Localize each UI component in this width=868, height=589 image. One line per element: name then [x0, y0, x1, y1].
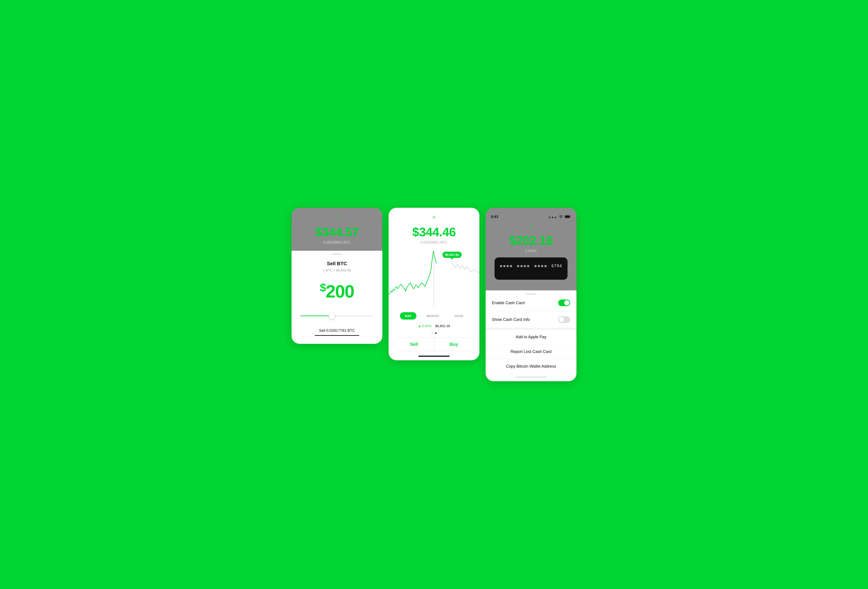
- sell-amount-display: $200: [299, 281, 375, 302]
- card-dot: [506, 265, 509, 267]
- screen2-top: ^ $344.46 0.05026901 BTC: [388, 208, 480, 248]
- sell-button[interactable]: Sell: [394, 338, 434, 351]
- pct-arrow-icon: ▲: [418, 324, 421, 328]
- enable-cash-card-toggle[interactable]: [558, 299, 570, 306]
- pct-value: 5.01%: [422, 324, 432, 328]
- card-dots-group-3: [534, 265, 547, 267]
- screen-btc-chart: ^ $344.46 0.05026901 BTC $6,637.92 DAY M…: [388, 208, 480, 360]
- btc-current-price: $344.46: [394, 225, 474, 239]
- slider-track: [300, 315, 373, 316]
- cash-balance-amount: $202.16: [491, 233, 571, 248]
- screen2-chevron-up-icon[interactable]: ^: [394, 215, 474, 222]
- tab-day[interactable]: DAY: [400, 312, 416, 320]
- signal-icon: ▲▲▲: [548, 215, 557, 219]
- card-last4-digits: 6794: [552, 263, 562, 268]
- card-dots-row: 6794: [500, 263, 562, 268]
- screen1-bottom: Sell BTC 1 BTC = $6,854.50 $200 Sell 0.0…: [292, 247, 382, 344]
- dot-2: [435, 332, 437, 334]
- show-cash-card-info-toggle[interactable]: [558, 316, 570, 323]
- status-bar: 9:43 ▲▲▲: [491, 215, 571, 219]
- svg-rect-3: [565, 216, 570, 218]
- chart-stats: ▲ 5.01% $6,852.38: [388, 322, 480, 330]
- slider-thumb[interactable]: [329, 313, 335, 319]
- tab-year[interactable]: YEAR: [449, 312, 468, 320]
- sell-btc-rate: 1 BTC = $6,854.50: [299, 268, 375, 272]
- card-dot: [517, 265, 519, 267]
- dot-1: [431, 332, 433, 334]
- svg-point-1: [561, 218, 561, 218]
- chart-price-value: $6,852.38: [435, 324, 450, 328]
- cash-label: CASH: [491, 249, 571, 253]
- wifi-icon: [559, 215, 563, 219]
- screen3-chevron-up-icon[interactable]: ^: [491, 223, 571, 231]
- home-indicator: [418, 356, 450, 357]
- screen-cash-card: 9:43 ▲▲▲: [486, 208, 576, 381]
- screens-container: ^ $344.57 0.05026901 BTC Sell BTC 1 BTC …: [292, 208, 576, 381]
- pagination-dots: [388, 330, 480, 337]
- sell-btc-label: Sell 0.02917791 BTC: [299, 329, 375, 333]
- chart-pct-change: ▲ 5.01%: [418, 324, 431, 328]
- action-buttons: Sell Buy: [394, 337, 474, 351]
- card-dot: [520, 265, 523, 267]
- screen-sell-btc: ^ $344.57 0.05026901 BTC Sell BTC 1 BTC …: [292, 208, 382, 344]
- chart-tooltip: $6,637.92: [443, 252, 462, 258]
- btc-line-chart: [388, 250, 480, 308]
- card-dots-group-1: [500, 265, 512, 267]
- report-lost-cash-card-button[interactable]: Report Lost Cash Card: [486, 345, 576, 359]
- dollar-sign: $: [320, 281, 326, 294]
- drag-handle[interactable]: [332, 253, 342, 255]
- add-to-apple-pay-button[interactable]: Add to Apple Pay: [486, 330, 576, 345]
- menu-divider: [486, 328, 576, 330]
- card-dot: [527, 265, 529, 267]
- btc-chart-area: $6,637.92: [388, 250, 480, 308]
- card-dot: [500, 265, 502, 267]
- card-dot: [503, 265, 505, 267]
- card-dot: [541, 265, 543, 267]
- card-dot: [545, 265, 547, 267]
- show-cash-card-info-label: Show Cash Card Info: [492, 317, 530, 322]
- sell-slider-container[interactable]: [300, 312, 373, 320]
- toggle-thumb: [564, 300, 570, 305]
- toggle-thumb-2: [559, 317, 564, 322]
- status-bar-time: 9:43: [491, 215, 498, 219]
- card-dot: [538, 265, 540, 267]
- enable-cash-card-row[interactable]: Enable Cash Card: [486, 294, 576, 311]
- battery-icon: [565, 215, 571, 219]
- time-tabs: DAY MONTH YEAR: [388, 309, 480, 322]
- card-dot: [524, 265, 526, 267]
- screen2-btc-sub: 0.05026901 BTC: [394, 241, 474, 244]
- enable-cash-card-label: Enable Cash Card: [492, 300, 525, 305]
- copy-bitcoin-wallet-button[interactable]: Copy Bitcoin Wallet Address: [486, 359, 576, 374]
- sell-amount-number: 200: [326, 281, 354, 301]
- tab-month[interactable]: MONTH: [422, 312, 444, 320]
- card-dot: [510, 265, 512, 267]
- card-dot: [534, 265, 537, 267]
- screen3-home-indicator: [515, 377, 547, 378]
- screen3-top: 9:43 ▲▲▲: [486, 208, 576, 290]
- screen1-top: ^ $344.57 0.05026901 BTC: [292, 208, 382, 251]
- btc-balance-sub: 0.05026901 BTC: [297, 241, 377, 244]
- cash-card-widget: 6794: [495, 258, 568, 280]
- sell-underline: [315, 335, 359, 336]
- show-cash-card-info-row[interactable]: Show Cash Card Info: [486, 311, 576, 328]
- card-dots-group-2: [517, 265, 529, 267]
- btc-balance-amount: $344.57: [297, 225, 377, 239]
- status-bar-icons: ▲▲▲: [548, 215, 571, 219]
- screen3-bottom: Enable Cash Card Show Cash Card Info Add…: [486, 293, 576, 381]
- buy-button[interactable]: Buy: [434, 338, 474, 351]
- sell-btc-title: Sell BTC: [299, 261, 375, 266]
- chevron-up-icon[interactable]: ^: [297, 215, 377, 222]
